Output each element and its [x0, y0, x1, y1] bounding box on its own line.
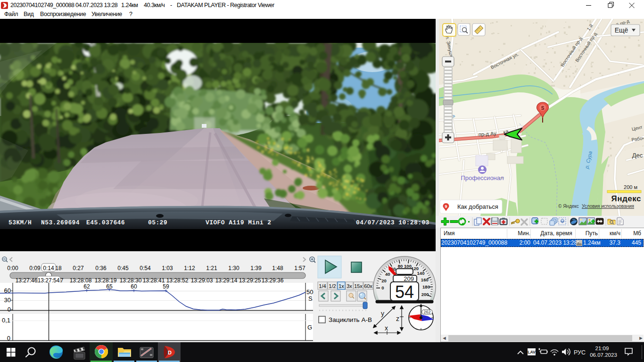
svg-text:3x: 3x [347, 283, 352, 289]
svg-text:z: z [396, 315, 399, 322]
svg-text:13:28:52: 13:28:52 [166, 277, 189, 284]
svg-text:1:12: 1:12 [184, 265, 195, 272]
svg-text:200 м: 200 м [624, 184, 637, 190]
svg-text:x: x [385, 324, 388, 332]
svg-text:0: 0 [381, 285, 384, 290]
svg-text:13:27:54: 13:27:54 [38, 277, 60, 284]
svg-text:Профессионал: Профессионал [461, 174, 504, 181]
svg-text:13:28:08: 13:28:08 [70, 277, 92, 284]
svg-text:13:27:46: 13:27:46 [16, 277, 38, 284]
svg-text:1:30: 1:30 [228, 265, 239, 272]
svg-text:13:29:36: 13:29:36 [262, 277, 284, 284]
svg-text:LAV: LAV [528, 350, 536, 354]
svg-text:0,1: 0,1 [2, 317, 10, 324]
svg-text:15x: 15x [354, 283, 363, 289]
svg-text:30: 30 [4, 296, 11, 304]
svg-text:1/2: 1/2 [329, 283, 336, 289]
svg-text:13:29:25: 13:29:25 [239, 277, 261, 284]
svg-text:0:09: 0:09 [29, 265, 41, 272]
svg-text:160: 160 [421, 277, 429, 282]
svg-text:80: 80 [398, 263, 403, 269]
svg-text:РУС: РУС [574, 349, 586, 356]
svg-text:13:28:41: 13:28:41 [143, 277, 165, 284]
svg-text:18: 18 [55, 265, 62, 272]
svg-text:1/4: 1/4 [319, 283, 326, 289]
svg-text:1:48: 1:48 [272, 265, 283, 272]
svg-text:—: — [499, 175, 504, 180]
svg-text:Дес: Дес [632, 152, 643, 159]
svg-text:© Яндекс: © Яндекс [558, 204, 579, 209]
svg-text:59: 59 [163, 283, 169, 290]
svg-text:65: 65 [106, 283, 113, 290]
svg-text:1:21: 1:21 [206, 265, 217, 272]
svg-text:100: 100 [404, 263, 412, 269]
svg-text:G: G [307, 324, 312, 331]
svg-text:1:57: 1:57 [294, 265, 305, 272]
svg-text:209: 209 [404, 275, 414, 282]
svg-text:180: 180 [422, 284, 430, 289]
svg-text:0:27: 0:27 [73, 265, 84, 272]
svg-text:Условия использования: Условия использования [582, 204, 634, 209]
svg-text:S: S [308, 295, 313, 302]
svg-text:Яндекс: Яндекс [611, 194, 641, 203]
svg-text:0: 0 [8, 306, 11, 313]
svg-text:0:54: 0:54 [140, 265, 151, 272]
svg-text:0:45: 0:45 [117, 265, 129, 272]
svg-text:0:14: 0:14 [43, 265, 54, 272]
svg-text:06.07.2023: 06.07.2023 [590, 352, 617, 358]
svg-text:7: 7 [60, 277, 64, 284]
svg-text:0:36: 0:36 [95, 265, 107, 272]
svg-text:200: 200 [421, 292, 429, 297]
svg-text:50: 50 [306, 288, 313, 296]
svg-text:Зациклить A-B: Зациклить A-B [329, 316, 372, 323]
svg-text:1:39: 1:39 [250, 265, 262, 272]
svg-text:0: 0 [7, 335, 10, 342]
svg-text:1:03: 1:03 [162, 265, 173, 272]
svg-text:54: 54 [395, 282, 414, 302]
svg-text:0:00: 0:00 [7, 265, 18, 272]
svg-text:62: 62 [83, 283, 90, 290]
svg-text:13:28:19: 13:28:19 [95, 277, 117, 284]
svg-text:20: 20 [381, 278, 387, 283]
svg-text:262: 262 [423, 310, 430, 314]
svg-text:40: 40 [385, 272, 390, 277]
svg-text:9: 9 [445, 204, 447, 209]
svg-text:Как добраться: Как добраться [457, 203, 498, 210]
svg-text:Ещё: Ещё [615, 26, 628, 34]
svg-text:140: 140 [417, 271, 425, 276]
svg-text:13:29:03: 13:29:03 [191, 277, 213, 284]
svg-text:13:29:14: 13:29:14 [215, 277, 238, 284]
svg-text:y: y [381, 310, 384, 317]
svg-text:13:28:30: 13:28:30 [120, 277, 142, 284]
svg-text:60: 60 [131, 283, 137, 290]
svg-text:60: 60 [4, 287, 11, 294]
svg-text:S: S [541, 106, 545, 111]
svg-text:21:09: 21:09 [595, 346, 609, 351]
svg-text:D: D [168, 350, 172, 355]
svg-text:1x: 1x [339, 283, 344, 289]
